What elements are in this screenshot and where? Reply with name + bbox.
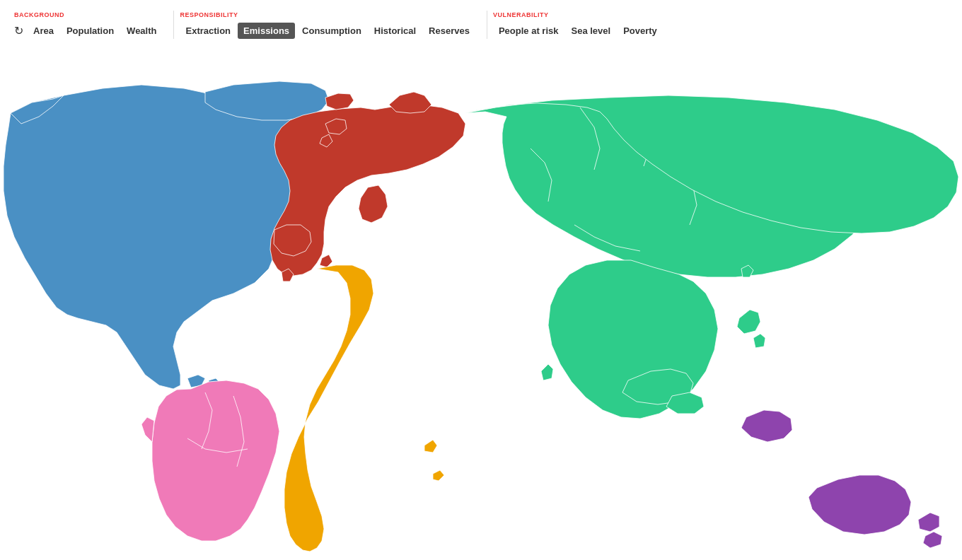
- nav-reserves[interactable]: Reserves: [423, 23, 475, 39]
- nav-historical[interactable]: Historical: [369, 23, 422, 39]
- divider-1: [173, 11, 174, 39]
- nav-poverty[interactable]: Poverty: [618, 23, 663, 39]
- background-label: BACKGROUND: [14, 11, 64, 18]
- nav-sea-level[interactable]: Sea level: [565, 23, 616, 39]
- responsibility-label: RESPONSIBILITY: [180, 11, 238, 18]
- nav-area[interactable]: Area: [28, 23, 59, 39]
- nav-consumption[interactable]: Consumption: [296, 23, 367, 39]
- refresh-icon[interactable]: ↻: [14, 24, 23, 37]
- south-america-region: [141, 380, 279, 541]
- africa-region: [284, 265, 444, 552]
- nav-extraction[interactable]: Extraction: [180, 23, 236, 39]
- nav-wealth[interactable]: Wealth: [121, 23, 162, 39]
- nav-people-at-risk[interactable]: People at risk: [493, 23, 564, 39]
- vulnerability-label: VULNERABILITY: [493, 11, 549, 18]
- nav-emissions[interactable]: Emissions: [238, 23, 295, 39]
- oceania-region: [741, 410, 942, 548]
- navigation-header: BACKGROUND ↻ Area Population Wealth RESP…: [0, 0, 962, 49]
- map-container: [0, 49, 962, 560]
- divider-2: [487, 11, 487, 39]
- nav-population[interactable]: Population: [61, 23, 120, 39]
- world-cartogram: [0, 49, 962, 560]
- europe-region: [270, 92, 465, 281]
